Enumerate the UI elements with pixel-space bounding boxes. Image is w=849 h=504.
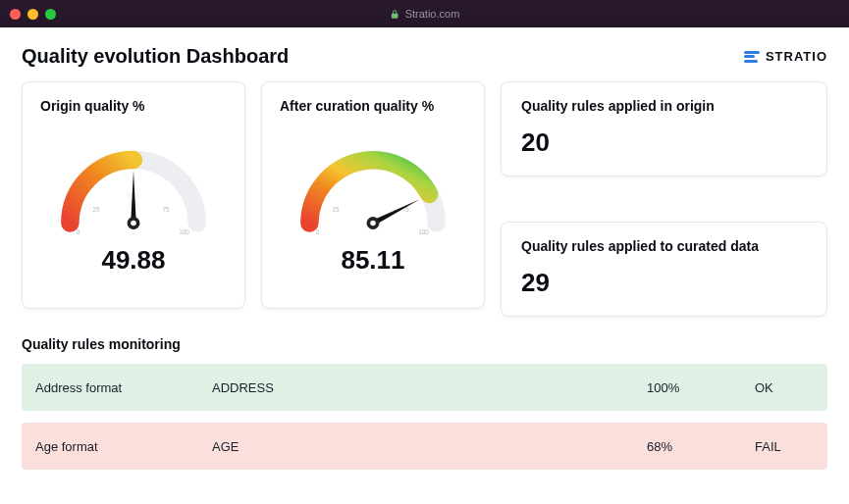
curated-rules-title: Quality rules applied to curated data <box>521 238 807 254</box>
curated-quality-title: After curation quality % <box>280 98 466 114</box>
origin-quality-title: Origin quality % <box>40 98 227 114</box>
origin-rules-title: Quality rules applied in origin <box>521 98 807 114</box>
curated-quality-gauge: 25 75 0 100 <box>280 124 466 241</box>
origin-quality-value: 49.88 <box>40 245 227 276</box>
domain-text: Stratio.com <box>405 8 460 20</box>
svg-marker-4 <box>131 171 136 224</box>
rule-row[interactable]: Age formatAGE68%FAIL <box>22 423 827 470</box>
brand-mark-icon <box>744 51 760 63</box>
brand-text: STRATIO <box>766 49 827 64</box>
svg-text:25: 25 <box>92 206 100 213</box>
rule-field: ADDRESS <box>212 380 647 395</box>
origin-rules-value: 20 <box>521 127 807 158</box>
svg-marker-11 <box>372 197 421 226</box>
origin-quality-card: Origin quality % 25 <box>22 81 245 309</box>
rule-status: FAIL <box>755 439 814 454</box>
rule-name: Address format <box>35 380 212 395</box>
svg-point-13 <box>370 221 376 227</box>
origin-quality-gauge: 25 75 0 100 <box>40 124 227 241</box>
curated-rules-card: Quality rules applied to curated data 29 <box>501 222 827 317</box>
svg-point-6 <box>131 221 136 227</box>
svg-text:100: 100 <box>418 228 429 235</box>
svg-text:75: 75 <box>163 206 171 213</box>
svg-text:100: 100 <box>179 228 189 235</box>
rule-percent: 68% <box>647 439 755 454</box>
rule-field: AGE <box>212 439 647 454</box>
svg-text:0: 0 <box>316 228 320 235</box>
svg-text:25: 25 <box>332 206 340 213</box>
window-titlebar: Stratio.com <box>0 0 849 27</box>
rule-percent: 100% <box>647 380 755 395</box>
curated-rules-value: 29 <box>521 268 807 298</box>
svg-text:0: 0 <box>77 228 80 235</box>
maximize-icon[interactable] <box>45 9 56 20</box>
origin-rules-card: Quality rules applied in origin 20 <box>501 81 827 176</box>
rule-name: Age format <box>35 439 212 454</box>
page-title: Quality evolution Dashboard <box>22 45 289 68</box>
close-icon[interactable] <box>10 9 21 20</box>
rule-status: OK <box>755 380 814 395</box>
minimize-icon[interactable] <box>27 9 38 20</box>
lock-icon <box>390 9 399 20</box>
curated-quality-value: 85.11 <box>280 245 466 276</box>
address-display: Stratio.com <box>390 8 460 20</box>
rule-row[interactable]: Address formatADDRESS100%OK <box>22 364 827 411</box>
window-controls <box>10 9 56 20</box>
monitoring-title: Quality rules monitoring <box>22 336 827 352</box>
curated-quality-card: After curation quality % <box>261 81 485 309</box>
brand-logo: STRATIO <box>744 49 827 64</box>
